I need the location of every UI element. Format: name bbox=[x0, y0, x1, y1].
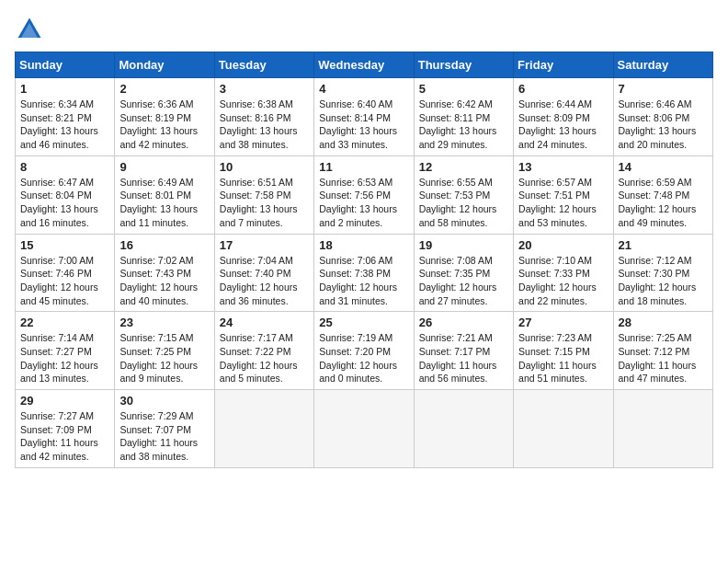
day-info: Sunrise: 7:15 AM Sunset: 7:25 PM Dayligh… bbox=[119, 331, 209, 385]
day-info: Sunrise: 7:23 AM Sunset: 7:15 PM Dayligh… bbox=[518, 331, 608, 385]
day-number: 19 bbox=[419, 238, 508, 252]
weekday-header-monday: Monday bbox=[115, 52, 214, 78]
day-number: 4 bbox=[319, 82, 408, 96]
day-info: Sunrise: 7:06 AM Sunset: 7:38 PM Dayligh… bbox=[319, 254, 408, 308]
day-number: 15 bbox=[20, 238, 109, 252]
weekday-header-sunday: Sunday bbox=[16, 52, 115, 78]
day-number: 14 bbox=[619, 160, 708, 174]
day-number: 21 bbox=[619, 238, 708, 252]
day-number: 9 bbox=[119, 160, 209, 174]
day-info: Sunrise: 7:21 AM Sunset: 7:17 PM Dayligh… bbox=[419, 331, 508, 385]
calendar-week-row: 22Sunrise: 7:14 AM Sunset: 7:27 PM Dayli… bbox=[16, 312, 713, 390]
day-number: 25 bbox=[319, 316, 408, 329]
day-info: Sunrise: 7:25 AM Sunset: 7:12 PM Dayligh… bbox=[619, 331, 708, 385]
day-number: 16 bbox=[119, 238, 209, 252]
calendar-cell: 17Sunrise: 7:04 AM Sunset: 7:40 PM Dayli… bbox=[214, 234, 313, 312]
day-info: Sunrise: 6:42 AM Sunset: 8:11 PM Dayligh… bbox=[419, 98, 508, 152]
calendar-cell: 5Sunrise: 6:42 AM Sunset: 8:11 PM Daylig… bbox=[414, 78, 513, 156]
day-number: 5 bbox=[419, 82, 508, 96]
day-number: 6 bbox=[518, 82, 608, 96]
calendar-cell: 28Sunrise: 7:25 AM Sunset: 7:12 PM Dayli… bbox=[613, 312, 712, 390]
calendar-cell: 14Sunrise: 6:59 AM Sunset: 7:48 PM Dayli… bbox=[613, 155, 712, 234]
page-header bbox=[15, 15, 713, 44]
calendar-cell: 6Sunrise: 6:44 AM Sunset: 8:09 PM Daylig… bbox=[514, 78, 613, 156]
calendar-cell: 24Sunrise: 7:17 AM Sunset: 7:22 PM Dayli… bbox=[214, 312, 313, 390]
calendar-cell: 7Sunrise: 6:46 AM Sunset: 8:06 PM Daylig… bbox=[613, 78, 712, 156]
day-number: 11 bbox=[319, 160, 408, 174]
day-info: Sunrise: 6:51 AM Sunset: 7:58 PM Dayligh… bbox=[220, 176, 309, 230]
calendar-cell: 4Sunrise: 6:40 AM Sunset: 8:14 PM Daylig… bbox=[314, 78, 414, 156]
calendar-cell: 8Sunrise: 6:47 AM Sunset: 8:04 PM Daylig… bbox=[16, 155, 115, 234]
calendar-cell: 30Sunrise: 7:29 AM Sunset: 7:07 PM Dayli… bbox=[115, 390, 214, 468]
weekday-header-wednesday: Wednesday bbox=[314, 52, 414, 78]
calendar-cell: 29Sunrise: 7:27 AM Sunset: 7:09 PM Dayli… bbox=[16, 390, 115, 468]
day-info: Sunrise: 7:19 AM Sunset: 7:20 PM Dayligh… bbox=[319, 331, 408, 385]
calendar-cell: 21Sunrise: 7:12 AM Sunset: 7:30 PM Dayli… bbox=[613, 234, 712, 312]
calendar-cell: 22Sunrise: 7:14 AM Sunset: 7:27 PM Dayli… bbox=[16, 312, 115, 390]
day-number: 23 bbox=[119, 316, 209, 329]
day-info: Sunrise: 7:00 AM Sunset: 7:46 PM Dayligh… bbox=[20, 254, 109, 308]
day-info: Sunrise: 7:08 AM Sunset: 7:35 PM Dayligh… bbox=[419, 254, 508, 308]
calendar-body: 1Sunrise: 6:34 AM Sunset: 8:21 PM Daylig… bbox=[16, 78, 713, 468]
calendar-cell: 16Sunrise: 7:02 AM Sunset: 7:43 PM Dayli… bbox=[115, 234, 214, 312]
calendar-cell bbox=[414, 390, 513, 468]
calendar-cell bbox=[514, 390, 613, 468]
day-number: 30 bbox=[119, 394, 209, 408]
calendar-cell: 9Sunrise: 6:49 AM Sunset: 8:01 PM Daylig… bbox=[115, 155, 214, 234]
day-number: 24 bbox=[220, 316, 309, 329]
calendar-cell: 27Sunrise: 7:23 AM Sunset: 7:15 PM Dayli… bbox=[514, 312, 613, 390]
calendar-cell: 25Sunrise: 7:19 AM Sunset: 7:20 PM Dayli… bbox=[314, 312, 414, 390]
logo bbox=[15, 15, 48, 44]
weekday-header-friday: Friday bbox=[514, 52, 613, 78]
day-number: 3 bbox=[220, 82, 309, 96]
calendar-cell: 26Sunrise: 7:21 AM Sunset: 7:17 PM Dayli… bbox=[414, 312, 513, 390]
day-number: 28 bbox=[619, 316, 708, 329]
day-number: 27 bbox=[518, 316, 608, 329]
day-number: 2 bbox=[119, 82, 209, 96]
day-info: Sunrise: 7:14 AM Sunset: 7:27 PM Dayligh… bbox=[20, 331, 109, 385]
calendar-week-row: 1Sunrise: 6:34 AM Sunset: 8:21 PM Daylig… bbox=[16, 78, 713, 156]
day-number: 13 bbox=[518, 160, 608, 174]
day-info: Sunrise: 7:17 AM Sunset: 7:22 PM Dayligh… bbox=[220, 331, 309, 385]
calendar: SundayMondayTuesdayWednesdayThursdayFrid… bbox=[15, 52, 713, 468]
calendar-cell: 2Sunrise: 6:36 AM Sunset: 8:19 PM Daylig… bbox=[115, 78, 214, 156]
calendar-cell bbox=[214, 390, 313, 468]
day-info: Sunrise: 7:12 AM Sunset: 7:30 PM Dayligh… bbox=[619, 254, 708, 308]
day-info: Sunrise: 7:02 AM Sunset: 7:43 PM Dayligh… bbox=[119, 254, 209, 308]
day-info: Sunrise: 6:47 AM Sunset: 8:04 PM Dayligh… bbox=[20, 176, 109, 230]
day-info: Sunrise: 7:10 AM Sunset: 7:33 PM Dayligh… bbox=[518, 254, 608, 308]
calendar-cell bbox=[314, 390, 414, 468]
calendar-cell: 12Sunrise: 6:55 AM Sunset: 7:53 PM Dayli… bbox=[414, 155, 513, 234]
day-info: Sunrise: 6:46 AM Sunset: 8:06 PM Dayligh… bbox=[619, 98, 708, 152]
day-number: 29 bbox=[20, 394, 109, 408]
day-info: Sunrise: 7:04 AM Sunset: 7:40 PM Dayligh… bbox=[220, 254, 309, 308]
day-info: Sunrise: 6:40 AM Sunset: 8:14 PM Dayligh… bbox=[319, 98, 408, 152]
calendar-cell: 10Sunrise: 6:51 AM Sunset: 7:58 PM Dayli… bbox=[214, 155, 313, 234]
day-number: 26 bbox=[419, 316, 508, 329]
day-info: Sunrise: 6:57 AM Sunset: 7:51 PM Dayligh… bbox=[518, 176, 608, 230]
day-number: 20 bbox=[518, 238, 608, 252]
calendar-week-row: 8Sunrise: 6:47 AM Sunset: 8:04 PM Daylig… bbox=[16, 155, 713, 234]
weekday-header-thursday: Thursday bbox=[414, 52, 513, 78]
calendar-cell: 18Sunrise: 7:06 AM Sunset: 7:38 PM Dayli… bbox=[314, 234, 414, 312]
day-info: Sunrise: 7:29 AM Sunset: 7:07 PM Dayligh… bbox=[119, 409, 209, 464]
day-info: Sunrise: 6:44 AM Sunset: 8:09 PM Dayligh… bbox=[518, 98, 608, 152]
calendar-cell: 13Sunrise: 6:57 AM Sunset: 7:51 PM Dayli… bbox=[514, 155, 613, 234]
day-info: Sunrise: 6:34 AM Sunset: 8:21 PM Dayligh… bbox=[20, 98, 109, 152]
day-number: 7 bbox=[619, 82, 708, 96]
day-info: Sunrise: 7:27 AM Sunset: 7:09 PM Dayligh… bbox=[20, 409, 109, 464]
day-number: 8 bbox=[20, 160, 109, 174]
day-info: Sunrise: 6:38 AM Sunset: 8:16 PM Dayligh… bbox=[220, 98, 309, 152]
calendar-header-row: SundayMondayTuesdayWednesdayThursdayFrid… bbox=[16, 52, 713, 78]
day-info: Sunrise: 6:36 AM Sunset: 8:19 PM Dayligh… bbox=[119, 98, 209, 152]
calendar-cell: 15Sunrise: 7:00 AM Sunset: 7:46 PM Dayli… bbox=[16, 234, 115, 312]
calendar-week-row: 29Sunrise: 7:27 AM Sunset: 7:09 PM Dayli… bbox=[16, 390, 713, 468]
day-number: 12 bbox=[419, 160, 508, 174]
calendar-cell: 19Sunrise: 7:08 AM Sunset: 7:35 PM Dayli… bbox=[414, 234, 513, 312]
calendar-cell bbox=[613, 390, 712, 468]
calendar-cell: 1Sunrise: 6:34 AM Sunset: 8:21 PM Daylig… bbox=[16, 78, 115, 156]
day-number: 18 bbox=[319, 238, 408, 252]
day-number: 17 bbox=[220, 238, 309, 252]
day-info: Sunrise: 6:49 AM Sunset: 8:01 PM Dayligh… bbox=[119, 176, 209, 230]
calendar-week-row: 15Sunrise: 7:00 AM Sunset: 7:46 PM Dayli… bbox=[16, 234, 713, 312]
